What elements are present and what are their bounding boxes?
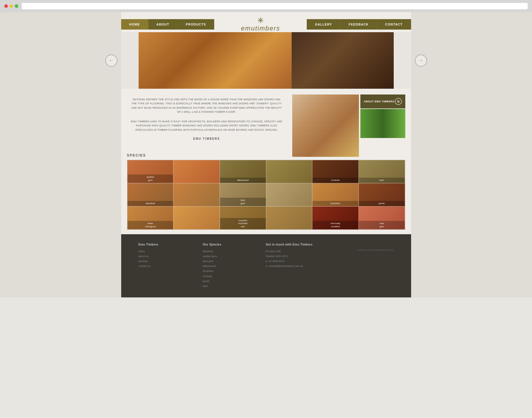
footer-email: e. michael@emutimbers.com.au [266, 264, 313, 269]
kitchen-image [292, 94, 359, 157]
species-title: SPECIES [127, 153, 405, 157]
footer-link-contact[interactable]: contact us [139, 264, 159, 269]
nav-right: GALLERY FEEDBACK CONTACT [307, 19, 411, 30]
species-cell-rose-gum[interactable]: rosegum [359, 206, 405, 230]
footer-col1-title: Emu Timbers [139, 243, 159, 246]
maximize-dot[interactable] [15, 4, 18, 8]
hero-outer-wrapper: ← → [121, 32, 411, 89]
species-cell-spotted-gum-2[interactable] [173, 160, 220, 183]
species-cell-spotted-gum[interactable]: spottedgum [127, 160, 174, 183]
content-section: NOTHING DEFINES THE STYLE AND SETS THE M… [121, 89, 411, 149]
footer-link-jarrah[interactable]: jarrah [203, 279, 221, 284]
content-paragraph2: EMU TIMBERS AIMS TO MAKE IT EASY FOR ARC… [130, 119, 284, 132]
footer-crafted: crafted by www.fusedmedia.com.au [357, 249, 393, 251]
content-paragraph1: NOTHING DEFINES THE STYLE AND SETS THE M… [130, 97, 284, 114]
minimize-dot[interactable] [10, 4, 13, 8]
site-header: HOME ABOUT PRODUCTS ✳ emutimbers GALLERY… [121, 12, 411, 32]
species-section: SPECIES spottedgum tallowwood ironbark k… [121, 149, 411, 234]
footer-link-home[interactable]: home [139, 249, 159, 254]
footer-link-blue-gum[interactable]: blue gum [203, 259, 221, 264]
species-label-jarrah: jarrah [359, 201, 405, 206]
content-brand: EMU TIMBERS [130, 137, 284, 140]
species-label-recycled: recycledmountainash [220, 218, 266, 229]
species-label-karri: karri [359, 178, 405, 183]
footer-col-crafted: crafted by www.fusedmedia.com.au [357, 243, 393, 289]
species-label-blackbutt: blackbutt [128, 201, 173, 206]
close-dot[interactable] [4, 4, 8, 8]
species-grid: spottedgum tallowwood ironbark karri bla… [127, 160, 405, 230]
footer-col-contact: Get in touch with Emu Timbers PO BOX 398… [266, 243, 313, 289]
main-nav: HOME ABOUT PRODUCTS ✳ emutimbers GALLERY… [121, 17, 411, 32]
footer-col3-title: Get in touch with Emu Timbers [266, 243, 313, 246]
footer-link-karri[interactable]: karri [203, 284, 221, 289]
footer-link-blackbutt[interactable]: blackbutt [203, 249, 221, 254]
species-label-ironbark: ironbark [313, 178, 358, 183]
address-bar[interactable] [22, 3, 528, 9]
species-cell-blackbutt-2[interactable] [173, 183, 220, 206]
species-cell-recycled[interactable]: recycledmountainash [220, 206, 266, 230]
species-cell-tallowwood[interactable]: tallowwood [220, 160, 266, 183]
hero-next-button[interactable]: → [415, 54, 427, 67]
footer-col2-title: Our Species [203, 243, 221, 246]
species-label-tallowwood: tallowwood [220, 178, 266, 183]
footer-link-spotted-gum[interactable]: spotted gum [203, 254, 221, 259]
nav-logo[interactable]: ✳ emutimbers [214, 17, 307, 32]
species-cell-recycled-2[interactable] [266, 206, 313, 230]
species-cell-white-mahogony-2[interactable] [173, 206, 220, 230]
hero-prev-button[interactable]: ← [105, 54, 117, 67]
footer-inner: Emu Timbers home about us services conta… [139, 243, 394, 289]
nav-home[interactable]: HOME [121, 19, 148, 30]
logo-container: ✳ emutimbers [241, 17, 280, 32]
nav-products[interactable]: PRODUCTS [178, 19, 215, 30]
logo-icon: ✳ [257, 17, 264, 25]
species-label-spotted-gum: spottedgum [128, 175, 173, 183]
species-label-blue-gum: bluegum [220, 198, 266, 206]
nav-left: HOME ABOUT PRODUCTS [121, 19, 215, 30]
nav-about[interactable]: ABOUT [148, 19, 178, 30]
footer-link-tallowwood[interactable]: tallowwood [203, 264, 221, 269]
side-menu-about-label: ABOUT EMU TIMBERS [364, 100, 395, 103]
nav-feedback[interactable]: FEEDBACK [340, 19, 377, 30]
species-cell-brushbox[interactable]: brushbox [312, 183, 359, 206]
species-label-rose-gum: rosegum [359, 221, 405, 229]
logo-text: emutimbers [241, 25, 280, 32]
side-menu: ABOUT EMU TIMBERS ⊕ OUR PRODUCTS ⊕ PROJE… [360, 94, 405, 138]
species-cell-ironbark[interactable]: ironbark [312, 160, 359, 183]
footer-link-brushbox[interactable]: brushbox [203, 269, 221, 274]
footer-col-emu: Emu Timbers home about us services conta… [139, 243, 159, 289]
content-right: ABOUT EMU TIMBERS ⊕ OUR PRODUCTS ⊕ PROJE… [292, 94, 405, 143]
species-cell-white-mahogony[interactable]: whitemahogony [127, 206, 174, 230]
hero-slider [139, 32, 394, 89]
species-cell-blue-gum[interactable]: bluegum [220, 183, 266, 206]
species-cell-tallowwood-2[interactable] [266, 160, 313, 183]
gallery-thumbnail[interactable] [360, 109, 405, 138]
browser-chrome [0, 0, 532, 12]
footer-link-services[interactable]: services [139, 259, 159, 264]
side-menu-about[interactable]: ABOUT EMU TIMBERS ⊕ [360, 94, 405, 108]
footer-link-about[interactable]: about us [139, 254, 159, 259]
species-cell-karri[interactable]: karri [359, 160, 405, 183]
species-cell-blackbutt[interactable]: blackbutt [127, 183, 174, 206]
footer-phone: p. 02 9499 5010 [266, 259, 313, 264]
content-left: NOTHING DEFINES THE STYLE AND SETS THE M… [127, 94, 286, 143]
footer-col-species: Our Species blackbutt spotted gum blue g… [203, 243, 221, 289]
footer-address: PO BOX 398 Pymble NSW 2073 [266, 249, 313, 259]
hero-image [139, 32, 394, 89]
nav-contact[interactable]: CONTACT [377, 19, 411, 30]
nav-gallery[interactable]: GALLERY [307, 19, 340, 30]
site-footer: Emu Timbers home about us services conta… [121, 234, 411, 297]
species-cell-blue-gum-2[interactable] [266, 183, 313, 206]
species-label-white-mahogony: whitemahogony [128, 221, 173, 229]
species-cell-thermally-modified[interactable]: thermallymodified [312, 206, 359, 230]
species-label-thermally-modified: thermallymodified [313, 221, 358, 229]
page-body: HOME ABOUT PRODUCTS ✳ emutimbers GALLERY… [121, 12, 411, 297]
species-cell-jarrah[interactable]: jarrah [359, 183, 405, 206]
species-label-brushbox: brushbox [313, 201, 358, 206]
footer-link-ironbark[interactable]: ironbark [203, 274, 221, 279]
browser-dots [4, 4, 18, 8]
outer-wrapper: HOME ABOUT PRODUCTS ✳ emutimbers GALLERY… [0, 12, 532, 297]
about-icon: ⊕ [395, 98, 402, 105]
